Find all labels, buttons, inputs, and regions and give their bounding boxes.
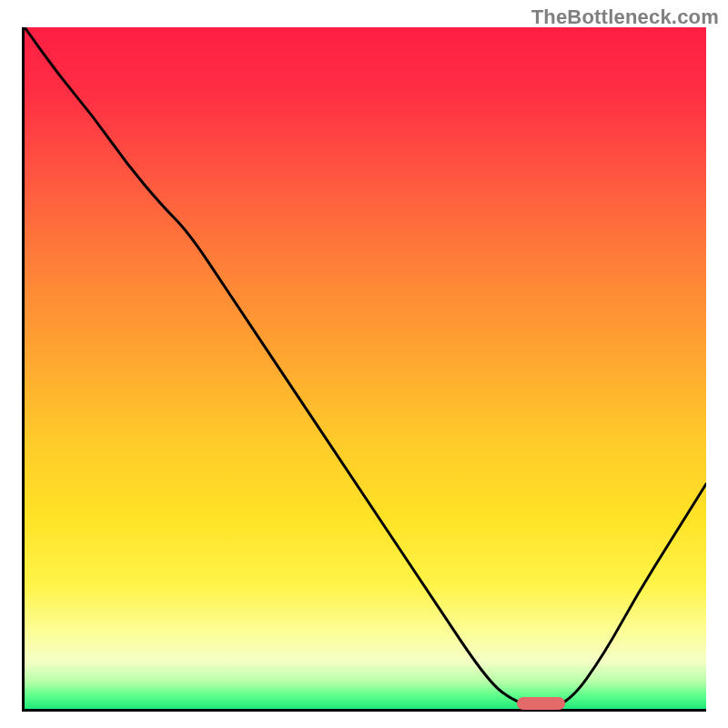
plot-area bbox=[22, 27, 706, 712]
chart-stage: TheBottleneck.com bbox=[0, 0, 728, 728]
optimal-range-marker bbox=[517, 697, 565, 710]
bottleneck-curve bbox=[25, 27, 706, 709]
curve-path bbox=[25, 27, 706, 707]
watermark-text: TheBottleneck.com bbox=[531, 5, 719, 29]
